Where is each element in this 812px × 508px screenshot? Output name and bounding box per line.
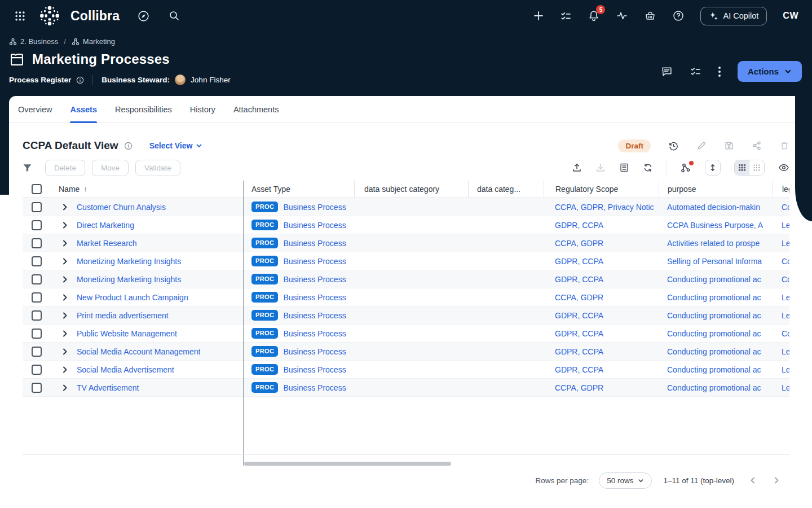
legal-basis-link[interactable]: Le <box>782 311 789 320</box>
regulatory-scope-link[interactable]: GDPR, CCPA <box>555 257 603 266</box>
delete-button[interactable]: Delete <box>45 160 85 176</box>
legal-basis-link[interactable]: Le <box>782 239 789 248</box>
refresh-icon[interactable] <box>643 163 653 173</box>
next-page-icon[interactable] <box>773 476 780 484</box>
asset-name-link[interactable]: Social Media Advertisement <box>77 365 174 374</box>
export-upload-icon[interactable] <box>572 163 582 173</box>
purpose-link[interactable]: Selling of Personal Informa <box>667 257 762 266</box>
asset-name-link[interactable]: Public Website Management <box>77 329 177 338</box>
purpose-link[interactable]: Conducting promotional ac <box>667 311 761 320</box>
user-avatar-initials[interactable]: CW <box>783 11 798 21</box>
asset-name-link[interactable]: Print media advertisement <box>77 311 169 320</box>
asset-type-link[interactable]: Business Process <box>283 293 346 302</box>
view-history-icon[interactable] <box>668 141 679 151</box>
expand-chevron-icon[interactable] <box>61 257 69 265</box>
search-icon[interactable] <box>169 10 180 21</box>
logo-wordmark[interactable]: Collibra <box>70 8 120 24</box>
row-checkbox[interactable] <box>32 202 42 212</box>
row-checkbox[interactable] <box>32 329 42 339</box>
row-checkbox[interactable] <box>32 383 42 393</box>
asset-name-link[interactable]: Social Media Account Management <box>77 347 200 356</box>
tab-responsibilities[interactable]: Responsibilities <box>115 96 172 123</box>
comments-icon[interactable] <box>661 65 673 77</box>
expand-chevron-icon[interactable] <box>61 348 69 356</box>
regulatory-scope-link[interactable]: GDPR, CCPA <box>555 275 603 284</box>
tab-overview[interactable]: Overview <box>18 96 52 123</box>
column-header-regulatory-scope[interactable]: Regulatory Scope <box>544 181 659 198</box>
asset-type-link[interactable]: Business Process <box>283 329 346 338</box>
row-checkbox[interactable] <box>32 310 42 321</box>
asset-type-link[interactable]: Business Process <box>283 275 346 284</box>
tile-view-button[interactable] <box>749 160 764 175</box>
filter-icon[interactable] <box>23 163 32 173</box>
asset-type-link[interactable]: Business Process <box>283 347 346 356</box>
regulatory-scope-link[interactable]: GDPR, CCPA <box>555 221 603 230</box>
report-list-icon[interactable] <box>619 163 629 173</box>
expand-chevron-icon[interactable] <box>61 330 69 338</box>
more-options-kebab-icon[interactable] <box>718 67 721 77</box>
row-checkbox[interactable] <box>32 292 42 303</box>
legal-basis-link[interactable]: Co <box>782 329 789 338</box>
tasks-icon[interactable] <box>560 10 572 22</box>
purpose-link[interactable]: Activities related to prospe <box>667 239 760 248</box>
expand-chevron-icon[interactable] <box>61 239 69 247</box>
select-view-dropdown[interactable]: Select View <box>149 141 203 150</box>
row-checkbox[interactable] <box>32 256 42 266</box>
asset-name-link[interactable]: Direct Marketing <box>77 221 134 230</box>
purpose-link[interactable]: Conducting promotional ac <box>667 365 761 374</box>
regulatory-scope-link[interactable]: GDPR, CCPA <box>555 347 603 356</box>
share-icon[interactable] <box>752 141 762 151</box>
delete-view-trash-icon[interactable] <box>779 141 789 151</box>
column-header-legal-basis[interactable]: leg <box>773 181 789 198</box>
expand-chevron-icon[interactable] <box>61 275 69 283</box>
legal-basis-link[interactable]: Le <box>782 293 789 302</box>
regulatory-scope-link[interactable]: CCPA, GDPR <box>555 239 603 248</box>
info-icon[interactable] <box>76 76 84 84</box>
regulatory-scope-link[interactable]: GDPR, CCPA <box>555 329 603 338</box>
legal-basis-link[interactable]: Le <box>782 221 789 230</box>
expand-chevron-icon[interactable] <box>61 312 69 319</box>
asset-type-link[interactable]: Business Process <box>283 365 346 374</box>
expand-chevron-icon[interactable] <box>61 203 69 211</box>
help-icon[interactable] <box>672 10 685 22</box>
regulatory-scope-link[interactable]: CCPA, GDPR <box>555 383 603 392</box>
explore-compass-icon[interactable] <box>138 10 149 22</box>
legal-basis-link[interactable]: Co <box>782 257 789 266</box>
tab-history[interactable]: History <box>190 96 215 123</box>
regulatory-scope-link[interactable]: GDPR, CCPA <box>555 311 603 320</box>
select-all-checkbox[interactable] <box>32 184 42 194</box>
asset-name-link[interactable]: New Product Launch Campaign <box>77 293 188 302</box>
asset-name-link[interactable]: TV Advertisement <box>77 383 139 392</box>
ai-copilot-button[interactable]: AI Copilot <box>700 7 767 25</box>
asset-name-link[interactable]: Customer Churn Analysis <box>77 203 166 212</box>
column-header-purpose[interactable]: purpose <box>659 181 773 198</box>
move-button[interactable]: Move <box>92 160 129 176</box>
visibility-eye-icon[interactable] <box>778 162 789 173</box>
hierarchy-icon[interactable] <box>681 163 691 173</box>
expand-chevron-icon[interactable] <box>61 221 69 229</box>
row-height-button[interactable] <box>705 160 721 176</box>
legal-basis-link[interactable]: Le <box>782 347 789 356</box>
rows-per-page-dropdown[interactable]: 50 rows <box>599 472 652 489</box>
notifications-bell-icon[interactable]: 5 <box>588 10 600 22</box>
regulatory-scope-link[interactable]: GDPR, CCPA <box>555 365 603 374</box>
row-checkbox[interactable] <box>32 347 42 357</box>
tab-attachments[interactable]: Attachments <box>233 96 279 123</box>
legal-basis-link[interactable]: Co <box>782 275 789 284</box>
marketplace-basket-icon[interactable] <box>644 10 656 22</box>
asset-type-link[interactable]: Business Process <box>283 383 346 392</box>
asset-name-link[interactable]: Market Research <box>77 239 137 248</box>
purpose-link[interactable]: Conducting promotional ac <box>667 383 761 392</box>
collibra-logo[interactable] <box>39 5 60 27</box>
column-header-name[interactable]: Name ↑ <box>54 185 243 194</box>
row-checkbox[interactable] <box>32 365 42 375</box>
purpose-link[interactable]: Conducting promotional ac <box>667 275 761 284</box>
actions-button[interactable]: Actions <box>738 61 802 82</box>
row-checkbox[interactable] <box>32 238 42 248</box>
grid-view-button[interactable] <box>735 160 749 175</box>
validate-button[interactable]: Validate <box>135 160 180 176</box>
app-switcher-icon[interactable] <box>15 11 25 21</box>
column-header-data-category[interactable]: data categ... <box>468 181 544 198</box>
purpose-link[interactable]: Conducting promotional ac <box>667 347 761 356</box>
checklist-icon[interactable] <box>690 65 701 77</box>
